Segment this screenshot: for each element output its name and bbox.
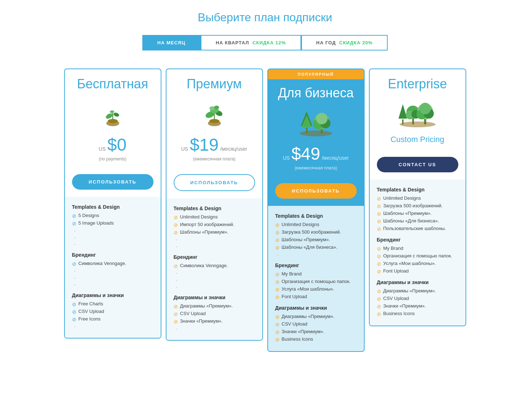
premium-brand-item: ⊘Символика Venngage. (174, 263, 255, 269)
plan-enterprise-features: Templates & Design ⊘Unlimited Designs ⊘З… (370, 180, 466, 326)
plan-free-name: Бесплатная (72, 76, 153, 92)
free-dash: - (72, 242, 153, 247)
business-branding-title: Брендинг (275, 262, 357, 268)
premium-dash: - (174, 237, 255, 242)
plan-premium: Премиум US $19 /месяц/user (ежемесяч (166, 68, 263, 341)
check-icon: ⊘ (377, 226, 381, 232)
free-templates-title: Templates & Design (72, 204, 153, 210)
page-title: Выберите план подписки (7, 11, 523, 24)
enterprise-feature-item: ⊘Unlimited Designs (377, 195, 458, 202)
business-chart-item: ⊘Значки «Премиум». (275, 329, 357, 335)
use-free-button[interactable]: ИСПОЛЬЗОВАТЬ (72, 174, 153, 190)
check-icon: ⊘ (377, 311, 381, 317)
business-feature-item: ⊘Шаблоны «Премиум». (275, 237, 357, 243)
svg-marker-24 (398, 104, 407, 119)
free-dash: - (72, 268, 153, 274)
check-icon: ⊘ (275, 287, 280, 292)
business-feature-item: ⊘Загрузка 500 изображений. (275, 229, 357, 235)
premium-dash: - (174, 244, 255, 249)
plan-business-header: Для бизнеса US (268, 69, 364, 183)
premium-templates-title: Templates & Design (174, 205, 255, 211)
free-charts-title: Диаграммы и значки (72, 292, 153, 298)
enterprise-brand-item: ⊘Услуга «Мои шаблоны». (377, 261, 458, 267)
use-premium-button[interactable]: ИСПОЛЬЗОВАТЬ (174, 174, 255, 191)
free-feature-item: ⊘5 Image Uploads (72, 220, 153, 226)
plan-premium-price: US $19 /месяц/user (174, 135, 255, 155)
billing-tabs: НА МЕСЯЦ НА КВАРТАЛ СКИДКА 12% НА ГОД СК… (7, 35, 523, 50)
free-feature-item: ⊘5 Designs (72, 213, 153, 219)
enterprise-brand-item: ⊘My Brand (377, 246, 458, 252)
check-icon: ⊘ (377, 246, 381, 252)
price-us-premium: US (181, 146, 188, 152)
check-icon: ⊘ (174, 215, 178, 220)
enterprise-feature-item: ⊘Шаблоны «Премиум». (377, 211, 458, 217)
use-business-button[interactable]: ИСПОЛЬЗОВАТЬ (275, 183, 357, 199)
premium-chart-item: ⊘Значки «Премиум». (174, 318, 255, 324)
price-note-business: (ежемесячная плата) (275, 165, 357, 171)
plan-enterprise-illustration (377, 97, 458, 129)
free-chart-item: ⊘CSV Upload (72, 309, 153, 315)
svg-point-22 (300, 131, 332, 136)
check-icon: ⊘ (174, 311, 178, 317)
check-icon: ⊘ (275, 230, 280, 235)
check-icon: ⊘ (377, 211, 381, 217)
tab-monthly[interactable]: НА МЕСЯЦ (142, 35, 201, 50)
premium-chart-item: ⊘CSV Upload (174, 311, 255, 317)
check-icon: ⊘ (275, 271, 280, 277)
plan-business-name: Для бизнеса (275, 85, 357, 101)
premium-feature-item: ⊘Импорт 50 изображений. (174, 222, 255, 228)
tab-quarterly[interactable]: НА КВАРТАЛ СКИДКА 12% (201, 35, 301, 50)
quarterly-discount: СКИДКА 12% (253, 40, 286, 45)
plan-free-illustration (72, 97, 153, 129)
check-icon: ⊘ (174, 230, 178, 235)
check-icon: ⊘ (275, 322, 280, 327)
svg-point-21 (316, 113, 328, 124)
plan-business-illustration (275, 106, 357, 138)
check-icon: ⊘ (377, 196, 381, 202)
plan-free-price: US $0 (72, 135, 153, 155)
check-icon: ⊘ (275, 237, 280, 243)
plan-free-header: Бесплатная US $0 (no payments) (65, 69, 161, 174)
check-icon: ⊘ (174, 222, 178, 228)
premium-feature-item: ⊘Unlimited Designs (174, 214, 255, 220)
business-brand-item: ⊘Организация с помощью папок. (275, 279, 357, 285)
plan-business: ПОПУЛЯРНЫЙ Для бизнеса (267, 68, 365, 352)
business-brand-item: ⊘Font Upload (275, 294, 357, 300)
business-templates-title: Templates & Design (275, 213, 357, 219)
contact-enterprise-button[interactable]: CONTACT US (377, 157, 458, 172)
enterprise-chart-item: ⊘CSV Upload (377, 296, 458, 302)
svg-point-4 (113, 112, 119, 118)
plan-premium-features: Templates & Design ⊘Unlimited Designs ⊘И… (166, 198, 262, 340)
tab-yearly[interactable]: НА ГОД СКИДКА 20% (301, 35, 388, 50)
premium-branding-title: Брендинг (174, 254, 255, 260)
check-icon: ⊘ (275, 337, 280, 342)
business-feature-item: ⊘Unlimited Designs (275, 222, 357, 228)
enterprise-branding-title: Брендинг (377, 237, 458, 243)
plan-enterprise-name: Enterprise (377, 76, 458, 92)
free-dash: - (72, 235, 153, 240)
business-brand-item: ⊘Услуга «Мои шаблоны». (275, 286, 357, 292)
business-chart-item: ⊘CSV Upload (275, 321, 357, 327)
price-amount-business: $49 (291, 144, 320, 163)
check-icon: ⊘ (275, 314, 280, 320)
free-brand-item: ⊘Символика Venngage. (72, 261, 153, 267)
svg-point-5 (110, 110, 114, 113)
plan-free: Бесплатная US $0 (no payments) ИСПОЛЬЗОВ… (64, 68, 161, 339)
yearly-discount: СКИДКА 20% (339, 40, 373, 45)
enterprise-templates-title: Templates & Design (377, 187, 458, 193)
check-icon: ⊘ (275, 329, 280, 335)
check-icon: ⊘ (377, 304, 381, 309)
enterprise-custom-price: Custom Pricing (377, 135, 458, 144)
check-icon: ⊘ (275, 222, 280, 228)
check-icon: ⊘ (377, 269, 381, 274)
enterprise-feature-item: ⊘Пользовательские шаблоны. (377, 226, 458, 232)
enterprise-chart-item: ⊘Диаграммы «Премиум». (377, 288, 458, 294)
popular-badge: ПОПУЛЯРНЫЙ (268, 69, 364, 79)
free-chart-item: ⊘Free Icons (72, 316, 153, 322)
svg-point-13 (214, 106, 219, 109)
check-icon: ⊘ (275, 279, 280, 285)
free-dash: - (72, 324, 153, 329)
business-dash: - (275, 252, 357, 257)
plan-business-features: Templates & Design ⊘Unlimited Designs ⊘З… (268, 206, 364, 351)
price-amount-premium: $19 (190, 135, 219, 154)
